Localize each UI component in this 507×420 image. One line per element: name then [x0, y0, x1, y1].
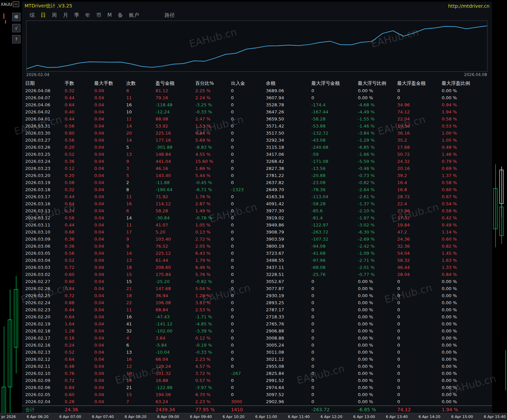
- table-row[interactable]: 2026.03.040.520.041361.441.79 %03498.55-…: [22, 257, 492, 264]
- table-cell: 3919.02: [266, 214, 311, 221]
- table-row[interactable]: 2026.04.070.440.041179.162.24 %03607.940…: [22, 94, 492, 101]
- table-cell: 2026.03.30: [25, 130, 65, 137]
- table-row[interactable]: 2026.03.130.240.04658.281.49 %03977.30-8…: [22, 207, 492, 214]
- table-row[interactable]: 2026.02.240.880.0422106.083.81 %02893.25…: [22, 299, 492, 306]
- table-row[interactable]: 2026.02.100.760.0419101.323.72 %-2672825…: [22, 370, 492, 377]
- table-row[interactable]: 2026.02.130.520.0413-10.04-0.33 %03011.0…: [22, 349, 492, 356]
- table-cell: 0.00 %: [358, 335, 397, 342]
- table-row[interactable]: 2026.03.190.080.042-11.88-0.45 %02637.82…: [22, 179, 492, 186]
- table-row[interactable]: 2026.03.180.320.048-190.64-6.71 %-132326…: [22, 186, 492, 193]
- table-cell: 2827.38: [266, 165, 311, 172]
- table-row[interactable]: 2026.03.050.560.0414225.126.43 %03723.67…: [22, 250, 492, 257]
- table-cell: -3.25 %: [195, 101, 231, 108]
- table-cell: -2.71 %: [358, 257, 397, 264]
- table-row[interactable]: 2026.04.010.440.041188.082.47 %03659.50-…: [22, 115, 492, 123]
- table-cell: 19.84: [397, 221, 442, 229]
- table-row[interactable]: 2026.03.270.560.0414177.165.69 %03292.34…: [22, 137, 492, 144]
- table-row[interactable]: 2026.02.120.640.041666.042.23 %03021.120…: [22, 356, 492, 363]
- chart-date-range: 2026.02.04 2026.04.08: [22, 72, 492, 78]
- menu-tab-日[interactable]: 日: [38, 12, 49, 19]
- table-cell: 0.69 %: [442, 165, 492, 172]
- menu-tab-账户[interactable]: 账户: [126, 12, 142, 19]
- table-row[interactable]: 2026.03.230.120.04346.161.66 %02827.38-1…: [22, 165, 492, 172]
- table-row[interactable]: 2026.04.060.640.0416-118.48-3.25 %03528.…: [22, 101, 492, 108]
- table-cell: -122.97: [311, 221, 358, 229]
- table-cell: 0.04: [94, 320, 126, 327]
- table-row[interactable]: 2026.03.030.720.0418208.606.46 %03437.11…: [22, 264, 492, 271]
- menu-tab-备[interactable]: 备: [115, 12, 126, 19]
- table-cell: 2026.02.27: [25, 278, 65, 285]
- table-cell: 0.00 %: [442, 349, 492, 356]
- table-row[interactable]: 2026.04.020.400.0410-12.24-0.33 %03647.2…: [22, 108, 492, 115]
- table-row[interactable]: 2026.03.240.360.049441.0415.60 %03268.42…: [22, 158, 492, 165]
- table-row[interactable]: 2026.04.080.320.04881.122.25 %03689.0600…: [22, 87, 492, 94]
- table-row[interactable]: 2026.03.060.360.04976.522.05 %03800.19-9…: [22, 243, 492, 250]
- table-row[interactable]: 2026.03.120.560.0414-30.84-0.78 %03919.0…: [22, 214, 492, 221]
- table-cell: 0.04: [94, 363, 126, 370]
- table-row[interactable]: 2026.03.090.360.049103.402.72 %03903.59-…: [22, 236, 492, 243]
- table-row[interactable]: 2026.03.170.440.041171.921.76 %04163.34-…: [22, 193, 492, 200]
- table-cell: 0.04: [94, 151, 126, 158]
- menu-tab-季[interactable]: 季: [71, 12, 82, 19]
- table-cell: 9: [126, 243, 156, 250]
- table-row[interactable]: 2026.02.050.600.0415194.566.70 %03097.52…: [22, 391, 492, 398]
- table-row[interactable]: 2026.03.200.200.045143.405.44 %02781.22-…: [22, 172, 492, 179]
- table-row[interactable]: 2026.02.270.600.0415-25.20-0.82 %03052.6…: [22, 278, 492, 285]
- table-cell: 0.64: [65, 356, 94, 363]
- table-row[interactable]: 2026.02.260.840.0421147.685.04 %03077.87…: [22, 285, 492, 292]
- table-cell: 4163.34: [266, 193, 311, 200]
- menu-tab-月[interactable]: 月: [60, 12, 71, 19]
- time-axis[interactable]: pr 20266 Apr 06:206 Apr 07:006 Apr 07:40…: [0, 413, 507, 420]
- table-row[interactable]: 2026.03.250.520.0413148.844.55 %03417.06…: [22, 151, 492, 158]
- menu-tab-周[interactable]: 周: [49, 12, 60, 19]
- menu-tab-年[interactable]: 年: [82, 12, 93, 19]
- table-row[interactable]: 2026.02.160.240.046-5.84-0.19 %03005.240…: [22, 342, 492, 349]
- menu-tab-币[interactable]: 币: [93, 12, 104, 19]
- table-row[interactable]: 2026.02.090.720.041816.880.57 %02991.520…: [22, 377, 492, 384]
- table-cell: 147.68: [156, 285, 195, 292]
- table-cell: 2026.02.17: [25, 335, 65, 342]
- table-cell: 79.16: [156, 94, 195, 101]
- table-cell: -1.55 %: [358, 115, 397, 123]
- table-cell: 0.24: [65, 342, 94, 349]
- table-row[interactable]: 2026.02.230.440.041168.842.53 %02787.170…: [22, 306, 492, 313]
- table-cell: 3115.18: [266, 144, 311, 151]
- table-row[interactable]: 2026.02.060.840.0421-122.88-3.97 %02974.…: [22, 384, 492, 391]
- table-cell: 2637.82: [266, 179, 311, 186]
- table-cell: -1323: [231, 186, 266, 193]
- table-row[interactable]: 2026.02.110.480.0412129.244.57 %02955.08…: [22, 363, 492, 370]
- table-cell: 36.94: [156, 292, 195, 299]
- table-row[interactable]: 2026.02.181.280.0432-102.00-3.39 %02906.…: [22, 327, 492, 335]
- table-row[interactable]: 2026.02.191.640.0441-141.12-4.85 %02765.…: [22, 320, 492, 327]
- menu-tab-M[interactable]: M: [104, 12, 115, 18]
- table-cell: 0: [311, 342, 358, 349]
- panel-title: MTDriver统计 ,V3.25: [25, 3, 72, 9]
- table-row[interactable]: 2026.03.020.600.0415175.845.76 %03228.51…: [22, 271, 492, 278]
- table-row[interactable]: 2026.03.110.440.041141.071.05 %03949.86-…: [22, 221, 492, 229]
- table-cell: 2026.02.06: [25, 384, 65, 391]
- table-row[interactable]: 2026.02.170.160.0443.640.12 %03008.8800.…: [22, 335, 492, 342]
- table-row[interactable]: 2026.02.200.640.0416-47.43-1.71 %02718.3…: [22, 313, 492, 320]
- vendor-url-link[interactable]: http://mtdriver.cn: [448, 3, 489, 9]
- timeline-label: 6 Apr 11:40: [288, 415, 310, 419]
- table-row[interactable]: 2026.03.100.680.04175.200.13 %03908.79-2…: [22, 229, 492, 236]
- table-cell: 0.04: [94, 115, 126, 123]
- table-cell: 225.16: [156, 130, 195, 137]
- menu-tab-path[interactable]: 路径: [162, 12, 178, 19]
- table-row[interactable]: 2026.02.040.280.04763.242.23 %30002902.9…: [22, 398, 492, 405]
- table-row[interactable]: 2026.03.260.200.045-301.88-8.83 %03115.1…: [22, 144, 492, 151]
- table-cell: 0.57 %: [195, 377, 231, 384]
- table-cell: 2026.04.06: [25, 101, 65, 108]
- menu-tab-综[interactable]: 综: [27, 12, 38, 19]
- table-cell: 32.36: [397, 243, 442, 250]
- table-cell: 0: [231, 221, 266, 229]
- table-row[interactable]: 2026.03.160.640.0416114.122.87 %04091.42…: [22, 200, 492, 207]
- table-cell: 2026.02.19: [25, 320, 65, 327]
- table-cell: 19: [126, 370, 156, 377]
- table-cell: -171.08: [311, 158, 358, 165]
- table-row[interactable]: 2026.03.300.800.0420225.166.84 %03517.50…: [22, 130, 492, 137]
- table-cell: 0: [397, 342, 442, 349]
- table-row[interactable]: 2026.03.310.560.041453.921.53 %03571.42-…: [22, 123, 492, 130]
- table-row[interactable]: 2026.02.250.720.041836.941.28 %02930.190…: [22, 292, 492, 299]
- table-cell: 0: [311, 94, 358, 101]
